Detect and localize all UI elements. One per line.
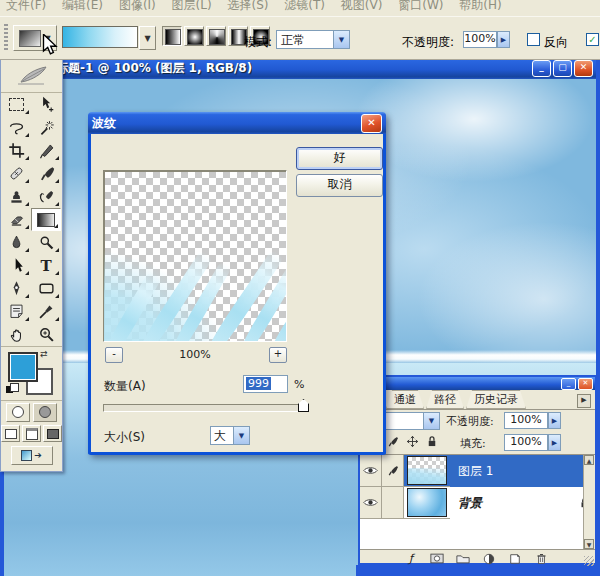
add-mask-button[interactable] bbox=[430, 552, 444, 565]
size-select[interactable]: 大 ▼ bbox=[210, 426, 250, 445]
type-tool[interactable]: T bbox=[31, 254, 61, 277]
layer-style-button[interactable]: ƒ bbox=[404, 552, 418, 565]
fill-arrow[interactable]: ▶ bbox=[548, 434, 561, 451]
dither-checkbox[interactable]: ✓ bbox=[586, 33, 599, 46]
eyedropper-tool[interactable] bbox=[31, 300, 61, 323]
amount-slider[interactable] bbox=[103, 404, 308, 412]
layer-row-layer1[interactable]: 图层 1 bbox=[360, 455, 595, 487]
radial-gradient-button[interactable] bbox=[184, 26, 204, 46]
tab-channels[interactable]: 通道 bbox=[386, 390, 424, 409]
visibility-toggle[interactable] bbox=[360, 487, 382, 519]
link-cell[interactable] bbox=[382, 487, 404, 519]
shape-tool[interactable] bbox=[31, 277, 61, 300]
palette-title-bar[interactable]: _ ✕ bbox=[360, 377, 595, 390]
palette-minimize-button[interactable]: _ bbox=[561, 378, 576, 390]
new-layer-button[interactable] bbox=[508, 552, 522, 565]
opacity-slider-arrow[interactable]: ▶ bbox=[497, 31, 510, 48]
amount-field[interactable]: 999 bbox=[243, 375, 288, 393]
layer-opacity-arrow[interactable]: ▶ bbox=[548, 412, 561, 429]
lasso-tool[interactable] bbox=[1, 116, 31, 139]
zoom-tool[interactable] bbox=[31, 323, 61, 346]
zoom-in-button[interactable]: + bbox=[269, 347, 287, 363]
opacity-field[interactable]: 100% bbox=[463, 31, 497, 48]
crop-tool[interactable] bbox=[1, 139, 31, 162]
menu-layer[interactable]: 图层(L) bbox=[172, 0, 212, 14]
blur-tool[interactable] bbox=[1, 231, 31, 254]
adjustment-layer-button[interactable] bbox=[482, 552, 496, 565]
cancel-button[interactable]: 取消 bbox=[296, 174, 383, 197]
standard-screen-button[interactable] bbox=[1, 425, 20, 442]
dialog-title-bar[interactable]: 波纹 ✕ bbox=[88, 112, 386, 134]
swap-colors-icon[interactable]: ⇄ bbox=[40, 349, 48, 359]
lock-paint-brush-icon[interactable] bbox=[386, 435, 399, 448]
path-selection-tool[interactable] bbox=[1, 254, 31, 277]
toolbox-header[interactable] bbox=[1, 60, 62, 93]
jump-to-imageready-button[interactable]: ➔ bbox=[11, 446, 53, 465]
layer-name[interactable]: 图层 1 bbox=[450, 455, 595, 487]
fill-field[interactable]: 100% bbox=[504, 434, 548, 451]
tab-paths[interactable]: 路径 bbox=[426, 390, 464, 409]
move-tool[interactable] bbox=[31, 93, 61, 116]
delete-layer-button[interactable] bbox=[534, 552, 548, 565]
foreground-color-swatch[interactable] bbox=[8, 352, 38, 382]
options-bar-grip[interactable] bbox=[4, 24, 8, 52]
menu-image[interactable]: 图像(I) bbox=[119, 0, 156, 14]
notes-tool[interactable] bbox=[1, 300, 31, 323]
lock-position-icon[interactable] bbox=[406, 435, 419, 448]
ok-button[interactable]: 好 bbox=[296, 147, 383, 170]
menu-edit[interactable]: 编辑(E) bbox=[62, 0, 103, 14]
healing-brush-tool[interactable] bbox=[1, 162, 31, 185]
chevron-down-icon[interactable]: ▼ bbox=[233, 427, 249, 444]
linear-gradient-button[interactable] bbox=[162, 26, 182, 46]
layer-name[interactable]: 背景 bbox=[450, 487, 573, 519]
magic-wand-tool[interactable] bbox=[31, 116, 61, 139]
fullscreen-menu-button[interactable] bbox=[22, 425, 41, 442]
chevron-down-icon[interactable]: ▼ bbox=[333, 31, 349, 48]
minimize-button[interactable]: _ bbox=[532, 60, 551, 77]
dodge-tool[interactable] bbox=[31, 231, 61, 254]
scroll-down-icon[interactable]: ▼ bbox=[584, 539, 594, 549]
visibility-toggle[interactable] bbox=[360, 455, 382, 487]
reverse-checkbox[interactable] bbox=[527, 33, 540, 46]
standard-mode-button[interactable] bbox=[6, 403, 30, 422]
slider-handle[interactable] bbox=[298, 399, 309, 412]
gradient-picker[interactable]: ▼ bbox=[62, 26, 156, 48]
scroll-up-icon[interactable]: ▲ bbox=[584, 455, 594, 465]
new-group-button[interactable] bbox=[456, 552, 470, 565]
quick-mask-mode-button[interactable] bbox=[33, 403, 57, 422]
layer-opacity-field[interactable]: 100% bbox=[504, 412, 548, 429]
slice-tool[interactable] bbox=[31, 139, 61, 162]
blend-mode-select[interactable]: 正常 ▼ bbox=[276, 30, 350, 49]
layer1-thumbnail[interactable] bbox=[407, 456, 447, 485]
tab-history[interactable]: 历史记录 bbox=[466, 390, 526, 409]
rect-marquee-tool[interactable] bbox=[1, 93, 31, 116]
background-thumbnail[interactable] bbox=[407, 488, 447, 517]
chevron-down-icon[interactable]: ▼ bbox=[423, 413, 439, 429]
angle-gradient-button[interactable] bbox=[206, 26, 226, 46]
document-title-bar[interactable]: 未标题-1 @ 100% (图层 1, RGB/8) _ ▢ ✕ bbox=[4, 58, 596, 79]
default-colors-icon[interactable] bbox=[6, 383, 18, 394]
close-button[interactable]: ✕ bbox=[574, 60, 593, 77]
eraser-tool[interactable] bbox=[1, 208, 31, 231]
pen-tool[interactable] bbox=[1, 277, 31, 300]
brush-tool[interactable] bbox=[31, 162, 61, 185]
menu-window[interactable]: 窗口(W) bbox=[398, 0, 443, 14]
lock-all-icon[interactable] bbox=[426, 435, 438, 448]
gradient-dropdown-button[interactable]: ▼ bbox=[139, 26, 156, 50]
menu-view[interactable]: 视图(V) bbox=[341, 0, 383, 14]
maximize-button[interactable]: ▢ bbox=[553, 60, 572, 77]
active-layer-indicator[interactable] bbox=[382, 455, 404, 487]
layer-row-background[interactable]: 背景 bbox=[360, 487, 595, 519]
palette-close-button[interactable]: ✕ bbox=[578, 378, 593, 390]
gradient-tool[interactable] bbox=[31, 208, 61, 231]
dialog-close-button[interactable]: ✕ bbox=[361, 114, 382, 133]
menu-help[interactable]: 帮助(H) bbox=[459, 0, 501, 14]
clone-stamp-tool[interactable] bbox=[1, 185, 31, 208]
menu-file[interactable]: 文件(F) bbox=[6, 0, 46, 14]
gradient-preview[interactable] bbox=[62, 26, 138, 48]
palette-resize-grip[interactable] bbox=[584, 556, 594, 566]
history-brush-tool[interactable] bbox=[31, 185, 61, 208]
fullscreen-button[interactable] bbox=[43, 425, 62, 442]
filter-preview[interactable] bbox=[103, 170, 287, 342]
menu-filter[interactable]: 滤镜(T) bbox=[284, 0, 325, 14]
